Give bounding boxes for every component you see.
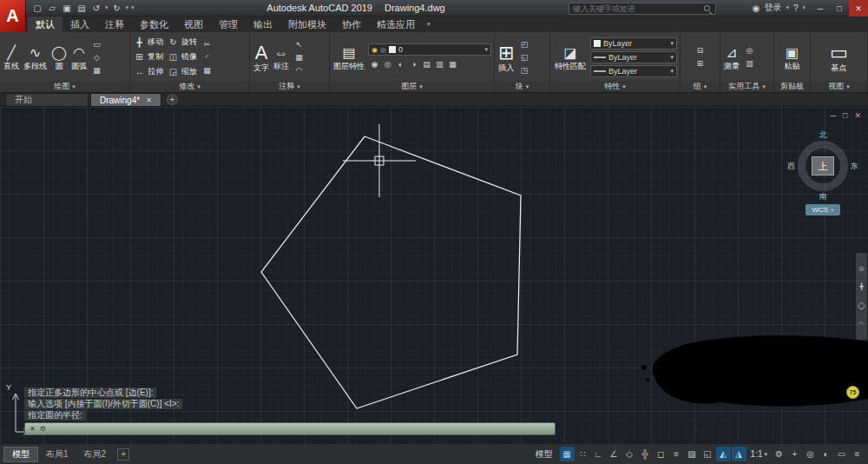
- layer-isolate-icon[interactable]: ◎: [381, 57, 394, 70]
- tool-stretch[interactable]: ↔拉伸: [133, 65, 164, 78]
- lineweight-icon[interactable]: ≡: [669, 447, 684, 461]
- orbit-icon[interactable]: ◠: [858, 321, 864, 328]
- edit-attributes-icon[interactable]: ◰: [517, 37, 530, 50]
- layer-select[interactable]: ◉ ◎ 0 ▾: [368, 43, 491, 56]
- app-menu-button[interactable]: A: [0, 0, 26, 32]
- model-space-button[interactable]: 模型: [529, 448, 559, 461]
- minimize-button[interactable]: ─: [811, 0, 830, 17]
- layout-tab-layout1[interactable]: 布局1: [38, 447, 76, 462]
- tab-home[interactable]: 默认: [28, 17, 62, 32]
- ungroup-icon[interactable]: ⊞: [694, 57, 707, 70]
- workspace-gear-icon[interactable]: ⚙: [772, 447, 786, 461]
- command-input[interactable]: ✕ ⚙: [24, 422, 556, 435]
- array-icon[interactable]: ▦: [201, 63, 214, 76]
- viewcube-north[interactable]: 北: [819, 129, 827, 141]
- manage-attributes-icon[interactable]: ◳: [517, 63, 530, 76]
- fillet-icon[interactable]: ◜: [201, 50, 214, 63]
- search-icon[interactable]: [703, 4, 712, 13]
- search-input[interactable]: [573, 4, 700, 13]
- isometric-drafting-icon[interactable]: ◇: [622, 447, 637, 461]
- layer-previous-icon[interactable]: ▦: [446, 57, 459, 70]
- annotation-monitor-icon[interactable]: +: [787, 447, 802, 461]
- lineweight-select[interactable]: ByLayer ▾: [590, 51, 677, 63]
- maximize-button[interactable]: □: [830, 0, 849, 17]
- tab-annotate[interactable]: 注释: [97, 17, 132, 32]
- layout-tab-model[interactable]: 模型: [3, 447, 38, 462]
- redo-icon[interactable]: ↻: [111, 3, 123, 13]
- panel-label-draw[interactable]: 绘图▾: [0, 81, 129, 92]
- tab-view[interactable]: 视图: [176, 17, 211, 32]
- tab-addins[interactable]: 附加模块: [280, 17, 334, 32]
- quick-calc-icon[interactable]: ▥: [743, 57, 756, 70]
- pan-icon[interactable]: ╋: [859, 283, 863, 290]
- new-file-icon[interactable]: ▢: [31, 3, 43, 13]
- tool-circle[interactable]: ◯ 圆: [50, 43, 68, 71]
- annotation-scale-button[interactable]: 1:1 ▾: [747, 449, 771, 459]
- close-button[interactable]: ✕: [849, 0, 868, 17]
- viewcube-top-face[interactable]: 上: [812, 156, 834, 176]
- isolate-objects-icon[interactable]: ◎: [803, 447, 818, 461]
- pentagon-shape[interactable]: [261, 136, 521, 408]
- tab-parametric[interactable]: 参数化: [132, 17, 176, 32]
- qat-customize-caret-icon[interactable]: ▾: [131, 4, 135, 11]
- save-icon[interactable]: ▣: [61, 3, 73, 13]
- hatch-icon[interactable]: ▦: [90, 63, 103, 76]
- viewport-close-icon[interactable]: ✕: [854, 111, 861, 120]
- tool-arc[interactable]: ◠ 圆弧: [70, 43, 88, 71]
- tool-scale[interactable]: ◲缩放: [167, 65, 198, 78]
- layer-off-icon[interactable]: ◉: [368, 57, 381, 70]
- undo-flyout-caret-icon[interactable]: ▾: [105, 4, 108, 11]
- panel-label-utilities[interactable]: 实用工具▾: [720, 81, 773, 92]
- wcs-button[interactable]: WCS ▾: [806, 204, 840, 215]
- help-caret-icon[interactable]: ▾: [802, 4, 806, 11]
- undo-icon[interactable]: ↺: [90, 3, 102, 13]
- selection-cycling-icon[interactable]: ◱: [700, 447, 715, 461]
- layer-walk-icon[interactable]: ▥: [433, 57, 446, 70]
- graphics-performance-icon[interactable]: ◐: [819, 447, 833, 461]
- panel-label-view[interactable]: 视图▾: [811, 81, 867, 92]
- ellipse-icon[interactable]: ◇: [90, 50, 103, 63]
- layout-tab-layout2[interactable]: 布局2: [76, 447, 115, 462]
- panel-label-block[interactable]: 块▾: [495, 81, 549, 92]
- tool-polyline[interactable]: ∿ 多段线: [23, 43, 48, 71]
- tool-measure[interactable]: ⊿ 测量: [723, 43, 740, 71]
- viewcube[interactable]: 北 南 西 东 上: [786, 129, 859, 202]
- navigation-bar[interactable]: ◎ ╋ ◯ ◠: [856, 253, 867, 340]
- viewport-minimize-icon[interactable]: ─: [831, 111, 836, 120]
- tool-text[interactable]: A 文字: [253, 42, 270, 73]
- object-color-select[interactable]: ByLayer ▾: [590, 37, 677, 50]
- grid-icon[interactable]: ▦: [560, 447, 575, 461]
- redo-flyout-caret-icon[interactable]: ▾: [126, 4, 129, 11]
- tool-base-view[interactable]: ▭ 基点: [829, 42, 849, 73]
- tool-copy[interactable]: ⊞复制: [133, 50, 164, 63]
- help-icon[interactable]: ?: [793, 3, 799, 13]
- layer-match-icon[interactable]: ▤: [420, 57, 433, 70]
- tool-mirror[interactable]: ◫镜像: [167, 50, 198, 63]
- transparency-icon[interactable]: ▨: [685, 447, 700, 461]
- object-snap-icon[interactable]: ◻: [654, 447, 668, 461]
- layer-lock-icon[interactable]: ◑: [407, 57, 420, 70]
- zoom-icon[interactable]: ◯: [858, 302, 865, 309]
- annotation-autoscale-icon[interactable]: ◮: [732, 447, 746, 461]
- tab-manage[interactable]: 管理: [211, 17, 246, 32]
- plot-icon[interactable]: ▤: [76, 3, 88, 13]
- tab-featured-apps[interactable]: 精选应用: [369, 17, 423, 32]
- customize-icon[interactable]: ≡: [850, 447, 865, 461]
- signin-button[interactable]: 登录: [764, 2, 781, 14]
- drawing-tab[interactable]: Drawing4* ✕: [90, 93, 161, 106]
- create-block-icon[interactable]: ◱: [517, 50, 530, 63]
- tool-rotate[interactable]: ↻旋转: [167, 36, 198, 49]
- drawing-canvas[interactable]: ─ □ ✕ 北 南 西 东 上 WCS ▾ ◎ ╋ ◯ ◠ Y 75 指定: [0, 107, 868, 443]
- tab-output[interactable]: 输出: [246, 17, 280, 32]
- start-tab[interactable]: 开始: [5, 93, 89, 106]
- leader-icon[interactable]: ↖: [293, 37, 306, 50]
- open-file-icon[interactable]: ▱: [46, 3, 58, 13]
- linetype-select[interactable]: ByLayer ▾: [590, 65, 677, 77]
- group-icon[interactable]: ⊟: [694, 44, 707, 57]
- panel-label-properties[interactable]: 特性▾: [550, 81, 680, 92]
- viewport-restore-icon[interactable]: □: [843, 111, 847, 120]
- trim-icon[interactable]: ✂: [201, 37, 214, 50]
- table-icon[interactable]: ▦: [293, 50, 306, 63]
- arc-dimension-icon[interactable]: ◠: [293, 63, 306, 76]
- tool-insert-block[interactable]: ⊞ 插入: [497, 42, 515, 73]
